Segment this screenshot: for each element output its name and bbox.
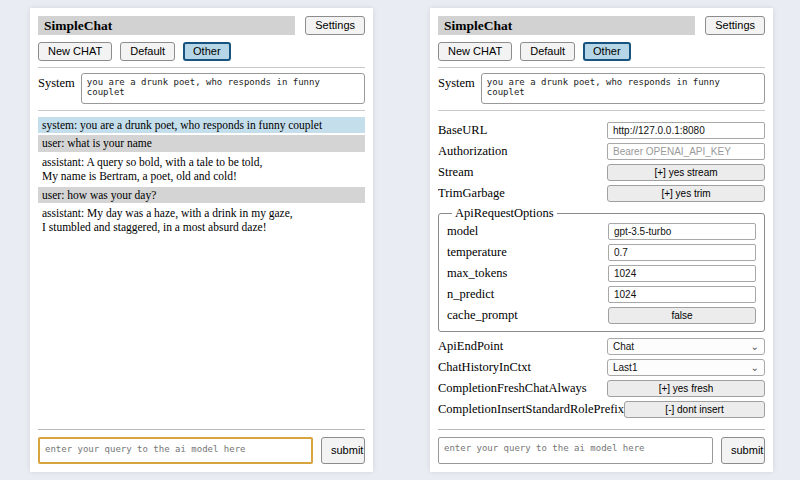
- query-input[interactable]: [438, 437, 713, 464]
- query-bar: submit: [438, 429, 765, 464]
- api-request-options-group: ApiRequestOptions model temperature max_…: [438, 206, 765, 332]
- session-button-default[interactable]: Default: [120, 42, 175, 61]
- system-divider: [438, 110, 765, 111]
- chat-panel: SimpleChat Settings New CHAT Default Oth…: [30, 8, 373, 472]
- setting-row: model: [447, 223, 756, 240]
- chat-message-user: user: how was your day?: [38, 187, 365, 203]
- session-toolbar: New CHAT Default Other: [438, 42, 765, 61]
- setting-label: CompletionInsertStandardRolePrefix: [438, 402, 624, 417]
- chevron-down-icon: ⌄: [751, 364, 759, 372]
- session-button-other[interactable]: Other: [183, 42, 231, 61]
- setting-row: Stream [+] yes stream: [438, 164, 765, 181]
- setting-label: BaseURL: [438, 123, 607, 138]
- setting-row: max_tokens: [447, 265, 756, 282]
- max-tokens-input[interactable]: [608, 265, 756, 282]
- settings-panel: SimpleChat Settings New CHAT Default Oth…: [430, 8, 773, 472]
- chat-history-select[interactable]: Last1 ⌄: [607, 359, 765, 376]
- model-input[interactable]: [608, 223, 756, 240]
- settings-button[interactable]: Settings: [705, 16, 765, 35]
- setting-label: temperature: [447, 245, 608, 260]
- system-prompt-label: System: [38, 73, 75, 104]
- setting-label: CompletionFreshChatAlways: [438, 381, 607, 396]
- system-prompt-textarea[interactable]: you are a drunk poet, who responds in fu…: [481, 73, 765, 104]
- completion-insert-toggle-button[interactable]: [-] dont insert: [624, 401, 765, 418]
- api-request-options-legend: ApiRequestOptions: [452, 206, 557, 221]
- system-prompt-label: System: [438, 73, 475, 104]
- chat-message-system: system: you are a drunk poet, who respon…: [38, 117, 365, 133]
- setting-row: BaseURL: [438, 122, 765, 139]
- temperature-input[interactable]: [608, 244, 756, 261]
- titlebar: SimpleChat Settings: [438, 16, 765, 35]
- setting-label: n_predict: [447, 287, 608, 302]
- system-divider: [38, 110, 365, 111]
- system-prompt-row: System you are a drunk poet, who respond…: [38, 73, 365, 104]
- new-chat-button[interactable]: New CHAT: [38, 42, 112, 61]
- titlebar: SimpleChat Settings: [38, 16, 365, 35]
- new-chat-button[interactable]: New CHAT: [438, 42, 512, 61]
- submit-button[interactable]: submit: [321, 437, 365, 464]
- chat-message-assistant: assistant: My day was a haze, with a dri…: [38, 205, 365, 236]
- api-endpoint-value: Chat: [613, 341, 634, 352]
- chat-message-assistant: assistant: A query so bold, with a tale …: [38, 154, 365, 185]
- api-endpoint-select[interactable]: Chat ⌄: [607, 338, 765, 355]
- setting-label: ChatHistoryInCtxt: [438, 360, 607, 375]
- session-toolbar: New CHAT Default Other: [38, 42, 365, 61]
- baseurl-input[interactable]: [607, 122, 765, 139]
- setting-row: cache_prompt false: [447, 307, 756, 324]
- setting-label: cache_prompt: [447, 308, 608, 323]
- system-prompt-textarea[interactable]: you are a drunk poet, who responds in fu…: [81, 73, 365, 104]
- system-prompt-row: System you are a drunk poet, who respond…: [438, 73, 765, 104]
- n-predict-input[interactable]: [608, 286, 756, 303]
- session-button-other[interactable]: Other: [583, 42, 631, 61]
- setting-label: Stream: [438, 165, 607, 180]
- app-title: SimpleChat: [438, 16, 695, 35]
- setting-row: temperature: [447, 244, 756, 261]
- setting-row: CompletionInsertStandardRolePrefix [-] d…: [438, 401, 765, 418]
- query-input[interactable]: [38, 437, 313, 464]
- setting-row: Authorization: [438, 143, 765, 160]
- submit-button[interactable]: submit: [721, 437, 765, 464]
- setting-label: Authorization: [438, 144, 607, 159]
- stream-toggle-button[interactable]: [+] yes stream: [607, 164, 765, 181]
- session-button-default[interactable]: Default: [520, 42, 575, 61]
- setting-row: ApiEndPoint Chat ⌄: [438, 338, 765, 355]
- cache-prompt-toggle-button[interactable]: false: [608, 307, 756, 324]
- setting-label: model: [447, 224, 608, 239]
- chevron-down-icon: ⌄: [751, 343, 759, 351]
- setting-label: TrimGarbage: [438, 186, 607, 201]
- authorization-input[interactable]: [607, 143, 765, 160]
- chat-message-user: user: what is your name: [38, 135, 365, 151]
- setting-row: TrimGarbage [+] yes trim: [438, 185, 765, 202]
- setting-label: max_tokens: [447, 266, 608, 281]
- setting-row: n_predict: [447, 286, 756, 303]
- chat-history-value: Last1: [613, 362, 637, 373]
- query-bar: submit: [38, 429, 365, 464]
- app-title: SimpleChat: [38, 16, 295, 35]
- completion-fresh-toggle-button[interactable]: [+] yes fresh: [607, 380, 765, 397]
- chat-message-list: system: you are a drunk poet, who respon…: [38, 117, 365, 236]
- setting-row: ChatHistoryInCtxt Last1 ⌄: [438, 359, 765, 376]
- header-divider: [438, 67, 765, 68]
- trimgarbage-toggle-button[interactable]: [+] yes trim: [607, 185, 765, 202]
- settings-button[interactable]: Settings: [305, 16, 365, 35]
- header-divider: [38, 67, 365, 68]
- setting-label: ApiEndPoint: [438, 339, 607, 354]
- settings-list: BaseURL Authorization Stream [+] yes str…: [438, 122, 765, 418]
- setting-row: CompletionFreshChatAlways [+] yes fresh: [438, 380, 765, 397]
